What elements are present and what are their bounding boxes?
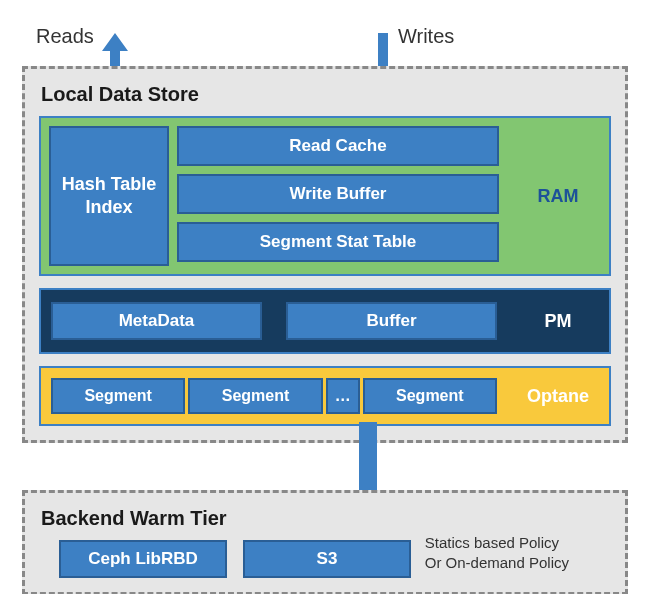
segment-row: Segment Segment … Segment: [51, 378, 497, 414]
ram-right-stack: Read Cache Write Buffer Segment Stat Tab…: [177, 126, 499, 266]
segment-stat-table: Segment Stat Table: [177, 222, 499, 262]
segment-box: Segment: [188, 378, 322, 414]
local-data-store: Local Data Store Hash Table Index Read C…: [0, 66, 650, 443]
optane-tier: Segment Segment … Segment Optane: [39, 366, 611, 426]
local-store-title: Local Data Store: [41, 83, 611, 106]
local-store-container: Local Data Store Hash Table Index Read C…: [22, 66, 628, 443]
s3-box: S3: [243, 540, 411, 578]
pm-body: MetaData Buffer: [41, 290, 507, 352]
ram-body: Hash Table Index Read Cache Write Buffer…: [41, 118, 507, 274]
ram-tier: Hash Table Index Read Cache Write Buffer…: [39, 116, 611, 276]
reads-label: Reads: [36, 25, 94, 48]
backend-warm-tier: Backend Warm Tier Ceph LibRBD S3 Statics…: [0, 490, 650, 594]
write-buffer: Write Buffer: [177, 174, 499, 214]
read-cache: Read Cache: [177, 126, 499, 166]
segment-box: Segment: [51, 378, 185, 414]
pm-label: PM: [507, 290, 609, 352]
writes-label: Writes: [398, 25, 454, 48]
hash-table-index: Hash Table Index: [49, 126, 169, 266]
policy-note: Statics based Policy Or On-demand Policy: [425, 533, 569, 572]
pm-tier: MetaData Buffer PM: [39, 288, 611, 354]
segment-ellipsis: …: [326, 378, 360, 414]
ceph-librbd-box: Ceph LibRBD: [59, 540, 227, 578]
optane-body: Segment Segment … Segment: [41, 368, 507, 424]
segment-box: Segment: [363, 378, 497, 414]
optane-label: Optane: [507, 368, 609, 424]
hash-table-label: Hash Table Index: [51, 173, 167, 220]
metadata-box: MetaData: [51, 302, 262, 340]
policy-line-1: Statics based Policy: [425, 533, 569, 553]
policy-line-2: Or On-demand Policy: [425, 553, 569, 573]
buffer-box: Buffer: [286, 302, 497, 340]
ram-label: RAM: [507, 118, 609, 274]
warm-tier-title: Backend Warm Tier: [41, 507, 611, 530]
warm-tier-container: Backend Warm Tier Ceph LibRBD S3 Statics…: [22, 490, 628, 594]
